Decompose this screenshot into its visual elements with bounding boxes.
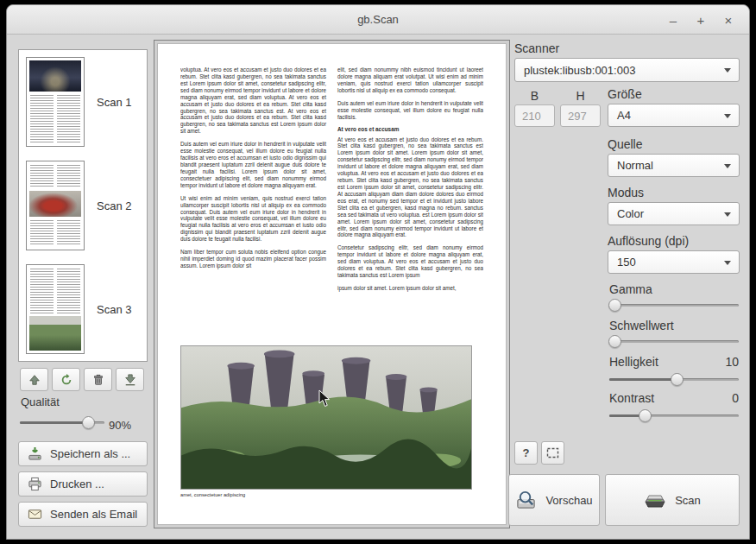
scan-2-thumbnail xyxy=(26,161,85,250)
scan-2-photo-red-car xyxy=(29,191,81,217)
maximize-button[interactable]: + xyxy=(692,11,709,28)
mode-value: Color xyxy=(617,207,644,220)
quality-slider-handle[interactable] xyxy=(82,416,95,429)
mode-label: Modus xyxy=(608,186,644,199)
size-value: A4 xyxy=(617,109,631,122)
list-item-scan-3[interactable]: Scan 3 xyxy=(19,257,147,361)
size-label: Größe xyxy=(608,87,642,101)
height-label: H xyxy=(560,89,601,103)
threshold-slider[interactable] xyxy=(609,335,739,348)
list-item-scan-2[interactable]: Scan 2 xyxy=(19,154,147,257)
scan-button-label: Scan xyxy=(675,494,701,507)
gamma-slider-handle[interactable] xyxy=(608,299,621,312)
send-email-button[interactable]: Senden als Email xyxy=(18,502,148,527)
minimize-button[interactable]: – xyxy=(665,11,682,28)
move-down-button[interactable] xyxy=(116,368,144,391)
save-as-button[interactable]: Speichern als ... xyxy=(18,441,148,466)
source-select[interactable]: Normal xyxy=(608,154,740,177)
scan-3-photo-gardens xyxy=(29,316,81,351)
send-email-label: Senden als Email xyxy=(50,508,137,521)
resolution-select[interactable]: 150 xyxy=(608,250,740,274)
height-field[interactable]: 297 xyxy=(560,104,601,127)
scan-3-thumbnail xyxy=(26,264,85,354)
email-icon xyxy=(28,507,42,522)
gamma-label: Gamma xyxy=(609,282,652,296)
scan-1-thumbnail xyxy=(26,57,85,147)
scan-2-label: Scan 2 xyxy=(97,199,131,212)
brightness-slider[interactable] xyxy=(609,373,739,386)
scanner-label: Scanner xyxy=(514,41,559,55)
print-label: Drucken ... xyxy=(50,478,104,490)
chevron-down-icon xyxy=(724,212,731,217)
chevron-down-icon xyxy=(724,261,731,265)
width-field[interactable]: 210 xyxy=(514,104,555,127)
mode-select[interactable]: Color xyxy=(608,202,740,225)
quality-slider[interactable] xyxy=(20,416,104,429)
close-button[interactable]: × xyxy=(720,11,737,28)
scanner-icon xyxy=(644,489,666,511)
save-icon xyxy=(28,446,42,461)
rotate-button[interactable] xyxy=(52,368,80,391)
quality-label: Qualität xyxy=(21,395,60,408)
scan-1-label: Scan 1 xyxy=(97,96,131,109)
contrast-slider[interactable] xyxy=(609,409,739,422)
brightness-slider-handle[interactable] xyxy=(671,373,684,386)
delete-button[interactable] xyxy=(84,368,112,391)
selection-button[interactable] xyxy=(541,441,564,465)
arrow-up-icon xyxy=(28,374,41,386)
contrast-label: Kontrast xyxy=(609,391,654,405)
printer-icon xyxy=(28,477,42,491)
document-photo-caption: amet, consectetuer adipiscing xyxy=(180,492,483,497)
mouse-cursor xyxy=(318,389,331,408)
scan-thumbnail-list: Scan 1 Scan 2 Scan 3 xyxy=(18,49,148,362)
desktop: gb.Scan – + × Scan 1 xyxy=(0,0,756,544)
list-item-scan-1[interactable]: Scan 1 xyxy=(19,50,147,154)
scanner-device-value: plustek:libusb:001:003 xyxy=(524,64,635,77)
rotate-icon xyxy=(60,374,72,386)
document-photo-supertree-grove xyxy=(180,345,472,490)
preview-button-label: Vorschau xyxy=(545,494,592,507)
help-button[interactable]: ? xyxy=(514,441,538,465)
source-label: Quelle xyxy=(608,137,642,151)
arrow-down-icon xyxy=(124,374,136,386)
window-controls: – + × xyxy=(665,11,737,28)
save-as-label: Speichern als ... xyxy=(50,447,130,460)
brightness-value: 10 xyxy=(680,355,739,369)
brightness-label: Helligkeit xyxy=(609,355,658,369)
page-toolbar xyxy=(20,368,144,391)
document-columns: voluptua. At vero eos et accusam et just… xyxy=(180,66,483,341)
document-column-right: elit, sed diam nonummy nibh euismod tinc… xyxy=(337,66,483,341)
document-column-left: voluptua. At vero eos et accusam et just… xyxy=(180,66,326,341)
scan-1-photo-night-city xyxy=(29,60,81,92)
quality-value: 90% xyxy=(109,419,143,432)
contrast-value: 0 xyxy=(680,391,739,405)
preview-button[interactable]: Vorschau xyxy=(508,474,600,526)
resolution-label: Auflösung (dpi) xyxy=(608,234,689,248)
preview-page[interactable]: voluptua. At vero eos et accusam et just… xyxy=(157,43,507,525)
chevron-down-icon xyxy=(724,164,731,168)
scan-button[interactable]: Scan xyxy=(605,474,740,526)
gamma-slider[interactable] xyxy=(609,299,739,312)
trash-icon xyxy=(92,374,104,386)
selection-icon xyxy=(546,447,559,459)
chevron-down-icon xyxy=(724,114,731,118)
print-button[interactable]: Drucken ... xyxy=(18,471,148,497)
size-select[interactable]: A4 xyxy=(608,104,740,127)
width-label: B xyxy=(514,89,555,103)
window-title: gb.Scan xyxy=(7,13,749,26)
threshold-slider-handle[interactable] xyxy=(608,335,621,348)
app-window: gb.Scan – + × Scan 1 xyxy=(6,4,750,540)
preview-area: voluptua. At vero eos et accusam et just… xyxy=(154,40,510,528)
magnifier-icon xyxy=(515,490,537,511)
scan-3-label: Scan 3 xyxy=(97,303,131,316)
contrast-slider-handle[interactable] xyxy=(639,409,652,422)
titlebar[interactable]: gb.Scan – + × xyxy=(7,5,749,35)
chevron-down-icon xyxy=(724,68,731,73)
move-up-button[interactable] xyxy=(20,368,48,391)
threshold-label: Schwellwert xyxy=(609,319,674,332)
resolution-value: 150 xyxy=(617,256,636,269)
source-value: Normal xyxy=(617,159,653,172)
scanner-device-select[interactable]: plustek:libusb:001:003 xyxy=(514,58,740,82)
document-heading: At vero eos et accusam xyxy=(337,126,483,133)
